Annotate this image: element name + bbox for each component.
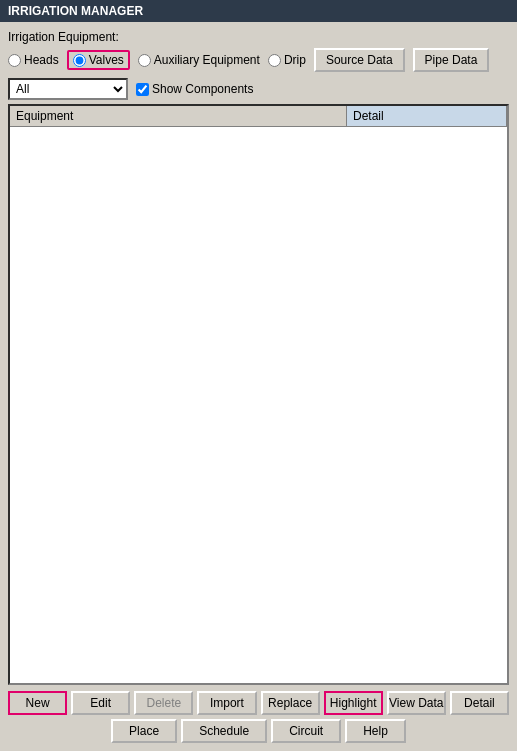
table-header: Equipment Detail [10, 106, 507, 127]
import-button[interactable]: Import [197, 691, 256, 715]
bottom-row-1: New Edit Delete Import Replace Highlight… [8, 691, 509, 715]
radio-heads[interactable]: Heads [8, 53, 59, 67]
circuit-button[interactable]: Circuit [271, 719, 341, 743]
radio-drip[interactable]: Drip [268, 53, 306, 67]
detail-button[interactable]: Detail [450, 691, 509, 715]
show-components-container[interactable]: Show Components [136, 82, 253, 96]
radio-auxiliary[interactable]: Auxiliary Equipment [138, 53, 260, 67]
radio-valves-label: Valves [89, 53, 124, 67]
help-button[interactable]: Help [345, 719, 406, 743]
radio-heads-label: Heads [24, 53, 59, 67]
radio-auxiliary-label: Auxiliary Equipment [154, 53, 260, 67]
controls-row: All Show Components [8, 78, 509, 100]
detail-column-header: Detail [347, 106, 507, 126]
show-components-label: Show Components [152, 82, 253, 96]
schedule-button[interactable]: Schedule [181, 719, 267, 743]
equipment-table: Equipment Detail [8, 104, 509, 685]
pipe-data-button[interactable]: Pipe Data [413, 48, 490, 72]
highlight-button[interactable]: Highlight [324, 691, 383, 715]
view-data-button[interactable]: View Data [387, 691, 446, 715]
main-window: Irrigation Equipment: Heads Valves Auxil… [0, 22, 517, 751]
title-bar: IRRIGATION MANAGER [0, 0, 517, 22]
radio-drip-label: Drip [284, 53, 306, 67]
place-button[interactable]: Place [111, 719, 177, 743]
filter-dropdown[interactable]: All [8, 78, 128, 100]
radio-valves[interactable]: Valves [67, 50, 130, 70]
replace-button[interactable]: Replace [261, 691, 320, 715]
new-button[interactable]: New [8, 691, 67, 715]
delete-button[interactable]: Delete [134, 691, 193, 715]
bottom-row-2: Place Schedule Circuit Help [8, 719, 509, 743]
table-body[interactable] [10, 127, 507, 683]
left-controls: All Show Components [8, 78, 253, 100]
edit-button[interactable]: Edit [71, 691, 130, 715]
equipment-column-header: Equipment [10, 106, 347, 126]
show-components-checkbox[interactable] [136, 83, 149, 96]
radio-row: Heads Valves Auxiliary Equipment Drip So… [8, 48, 509, 72]
source-data-button[interactable]: Source Data [314, 48, 405, 72]
title-bar-label: IRRIGATION MANAGER [8, 4, 143, 18]
section-label: Irrigation Equipment: [8, 30, 509, 44]
